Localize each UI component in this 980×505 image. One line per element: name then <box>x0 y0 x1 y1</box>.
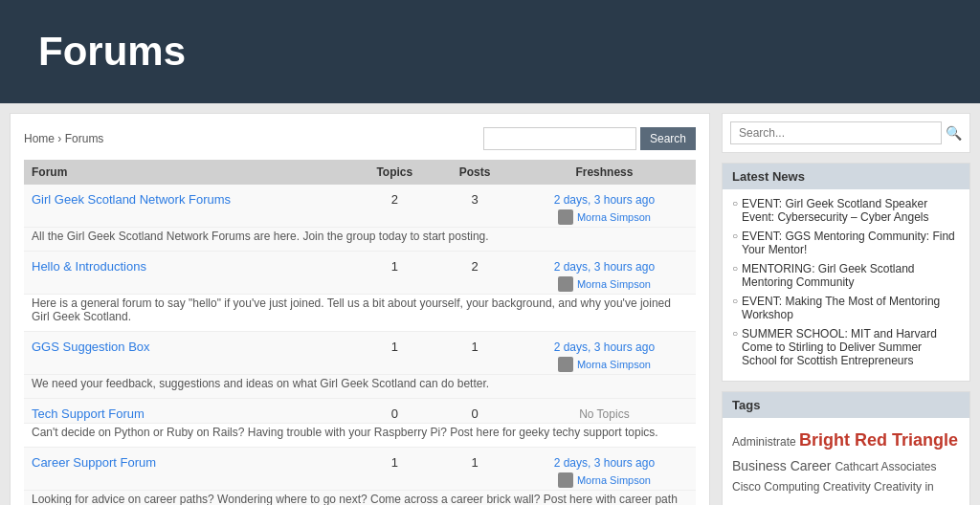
news-link[interactable]: EVENT: Making The Most of Mentoring Work… <box>742 295 960 321</box>
posts-count: 1 <box>436 332 513 375</box>
news-item[interactable]: EVENT: GGS Mentoring Community: Find You… <box>732 230 960 256</box>
breadcrumb-home[interactable]: Home <box>24 132 55 145</box>
user-name: Morna Simpson <box>577 474 651 486</box>
freshness-time: 2 days, 3 hours ago <box>554 260 655 274</box>
tag-item[interactable]: Bright Red Triangle <box>799 430 958 450</box>
topics-count: 2 <box>352 185 436 228</box>
avatar <box>558 276 573 292</box>
breadcrumb-current: Forums <box>65 132 104 145</box>
posts-count: 1 <box>436 448 513 491</box>
col-topics: Topics <box>352 160 436 185</box>
breadcrumb-separator: › <box>57 132 61 145</box>
table-row: Hello & Introductions122 days, 3 hours a… <box>24 252 696 295</box>
posts-count: 2 <box>436 252 513 295</box>
tags-title: Tags <box>723 392 969 418</box>
sidebar: 🔍 Latest News EVENT: Girl Geek Scotland … <box>722 113 970 505</box>
forum-link[interactable]: Tech Support Forum <box>32 406 145 421</box>
freshness-time: 2 days, 3 hours ago <box>554 456 655 470</box>
news-link[interactable]: EVENT: GGS Mentoring Community: Find You… <box>742 230 960 256</box>
topics-count: 1 <box>352 252 436 295</box>
col-freshness: Freshness <box>513 160 696 185</box>
freshness-time: 2 days, 3 hours ago <box>554 193 655 207</box>
freshness-cell: 2 days, 3 hours agoMorna Simpson <box>513 332 696 375</box>
table-row: Career Support Forum112 days, 3 hours ag… <box>24 448 696 491</box>
avatar <box>558 209 573 225</box>
forum-name: Career Support Forum <box>24 448 352 491</box>
user-name: Morna Simpson <box>577 359 651 370</box>
avatar <box>558 472 573 488</box>
search-icon: 🔍 <box>946 125 962 141</box>
table-row-desc: Looking for advice on career paths? Wond… <box>24 491 696 506</box>
user-info: Morna Simpson <box>521 472 688 488</box>
topics-count: 0 <box>352 399 436 424</box>
forum-table: Forum Topics Posts Freshness Girl Geek S… <box>24 160 696 505</box>
news-link[interactable]: SUMMER SCHOOL: MIT and Harvard Come to S… <box>742 327 960 367</box>
freshness-cell: 2 days, 3 hours agoMorna Simpson <box>513 252 696 295</box>
forum-description: All the Girl Geek Scotland Network Forum… <box>24 228 696 252</box>
posts-count: 3 <box>436 185 513 228</box>
tag-item[interactable]: Cathcart Associates <box>835 460 936 473</box>
user-info: Morna Simpson <box>521 276 688 292</box>
freshness-cell: 2 days, 3 hours agoMorna Simpson <box>513 185 696 228</box>
tag-item[interactable]: Cisco <box>732 480 764 494</box>
freshness-cell: No Topics <box>513 399 696 424</box>
search-input[interactable] <box>483 127 636 150</box>
news-item[interactable]: EVENT: Girl Geek Scotland Speaker Event:… <box>732 197 960 224</box>
news-link[interactable]: MENTORING: Girl Geek Scotland Mentoring … <box>742 262 960 289</box>
forum-name: Girl Geek Scotland Network Forums <box>24 185 352 228</box>
user-info: Morna Simpson <box>521 209 688 225</box>
freshness-cell: 2 days, 3 hours agoMorna Simpson <box>513 448 696 491</box>
forum-description: Looking for advice on career paths? Wond… <box>24 491 696 506</box>
news-item[interactable]: SUMMER SCHOOL: MIT and Harvard Come to S… <box>732 327 960 367</box>
table-row: GGS Suggestion Box112 days, 3 hours agoM… <box>24 332 696 375</box>
forum-description: We need your feedback, suggestions and i… <box>24 375 696 399</box>
breadcrumb-bar: Home › Forums Search <box>24 127 696 150</box>
forum-description: Here is a general forum to say "hello" i… <box>24 295 696 332</box>
tag-item[interactable]: Creativity <box>823 480 874 494</box>
tag-item[interactable]: Administrate <box>732 435 799 449</box>
no-topics-label: No Topics <box>579 407 629 421</box>
forum-link[interactable]: Career Support Forum <box>32 455 156 470</box>
topics-count: 1 <box>352 448 436 491</box>
tags-box: Tags Administrate Bright Red Triangle Bu… <box>722 391 970 505</box>
news-item[interactable]: MENTORING: Girl Geek Scotland Mentoring … <box>732 262 960 289</box>
forum-name: GGS Suggestion Box <box>24 332 352 375</box>
news-list: EVENT: Girl Geek Scotland Speaker Event:… <box>723 189 969 381</box>
topics-count: 1 <box>352 332 436 375</box>
forum-link[interactable]: Hello & Introductions <box>32 259 146 274</box>
forum-name: Hello & Introductions <box>24 252 352 295</box>
page-header: Forums <box>0 0 980 103</box>
search-button[interactable]: Search <box>640 127 696 150</box>
forum-link[interactable]: GGS Suggestion Box <box>32 340 150 354</box>
table-row-desc: Here is a general forum to say "hello" i… <box>24 295 696 332</box>
user-name: Morna Simpson <box>577 211 651 223</box>
forum-name: Tech Support Forum <box>24 399 352 424</box>
tag-item[interactable]: Computing <box>764 480 822 494</box>
table-row: Tech Support Forum00No Topics <box>24 399 696 424</box>
user-name: Morna Simpson <box>577 278 651 290</box>
sidebar-search-input[interactable] <box>730 121 942 144</box>
table-row: Girl Geek Scotland Network Forums232 day… <box>24 185 696 228</box>
forum-link[interactable]: Girl Geek Scotland Network Forums <box>32 192 231 207</box>
posts-count: 0 <box>436 399 513 424</box>
table-row-desc: We need your feedback, suggestions and i… <box>24 375 696 399</box>
col-posts: Posts <box>436 160 513 185</box>
freshness-time: 2 days, 3 hours ago <box>554 340 655 354</box>
latest-news-box: Latest News EVENT: Girl Geek Scotland Sp… <box>722 163 970 382</box>
tags-list: Administrate Bright Red Triangle Busines… <box>723 418 969 505</box>
tag-item[interactable]: Business <box>732 458 791 473</box>
news-link[interactable]: EVENT: Girl Geek Scotland Speaker Event:… <box>742 197 960 224</box>
table-row-desc: Can't decide on Python or Ruby on Rails?… <box>24 424 696 448</box>
table-row-desc: All the Girl Geek Scotland Network Forum… <box>24 228 696 252</box>
tag-item[interactable]: Career <box>791 458 835 473</box>
forum-panel: Home › Forums Search Forum Topics Posts … <box>10 113 710 505</box>
page-title: Forums <box>38 29 942 75</box>
avatar <box>558 357 573 372</box>
news-item[interactable]: EVENT: Making The Most of Mentoring Work… <box>732 295 960 321</box>
latest-news-title: Latest News <box>723 164 969 189</box>
col-forum: Forum <box>24 160 352 185</box>
forum-description: Can't decide on Python or Ruby on Rails?… <box>24 424 696 448</box>
user-info: Morna Simpson <box>521 357 688 372</box>
sidebar-search-box: 🔍 <box>722 113 970 153</box>
tag-item[interactable]: Creativity in <box>874 480 934 494</box>
